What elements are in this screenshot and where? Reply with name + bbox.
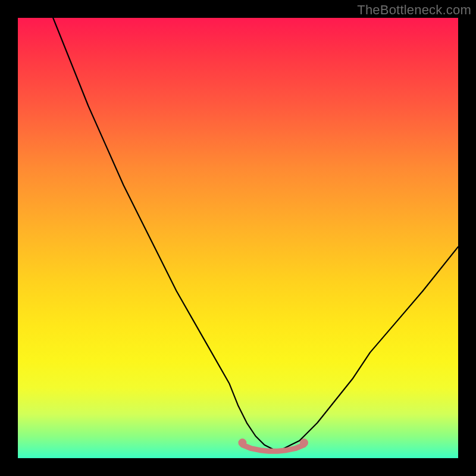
- curve-overlay: [18, 18, 458, 458]
- watermark-text: TheBottleneck.com: [357, 2, 471, 18]
- optimal-start-marker: [238, 439, 246, 447]
- optimal-flat-segment: [242, 445, 304, 451]
- bottleneck-curve: [53, 18, 458, 449]
- chart-frame: TheBottleneck.com: [0, 0, 476, 476]
- optimal-end-marker: [300, 439, 308, 447]
- plot-area: [18, 18, 458, 458]
